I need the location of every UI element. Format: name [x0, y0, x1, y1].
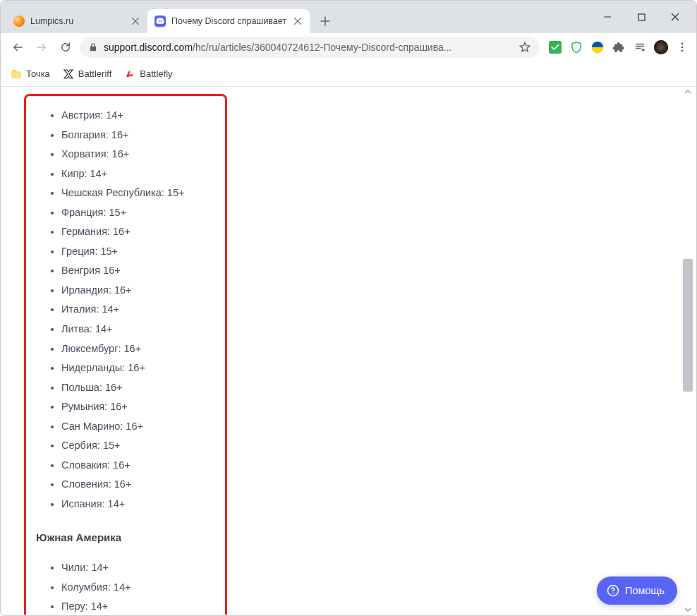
list-item: Хорватия: 16+ — [61, 145, 218, 164]
list-item: Кипр: 14+ — [61, 164, 218, 184]
bookmark-battleriff[interactable]: Battleriff — [63, 68, 111, 80]
list-item: Сан Марино: 16+ — [61, 417, 218, 437]
avatar[interactable] — [654, 40, 668, 54]
list-item: Польша: 16+ — [61, 378, 218, 398]
south-america-age-list: Чили: 14+Колумбия: 14+Перу: 14+Венесуэла… — [33, 558, 218, 615]
svg-point-7 — [681, 50, 684, 52]
extension-flag-icon[interactable] — [590, 40, 605, 54]
list-item: Ирландия: 16+ — [61, 281, 218, 301]
url-text: support.discord.com/hc/ru/articles/36004… — [104, 42, 513, 53]
list-item: Франция: 15+ — [61, 203, 218, 223]
list-item: Словакия: 16+ — [61, 456, 218, 476]
tab-discord-support[interactable]: Почему Discord спрашивает м — [147, 9, 310, 33]
bookmarks-bar: Точка Battleriff Battlefly — [1, 61, 696, 87]
help-label: Помощь — [625, 585, 665, 596]
close-icon[interactable] — [293, 16, 303, 26]
scroll-track[interactable] — [683, 97, 693, 605]
tab-title: Lumpics.ru — [30, 16, 125, 26]
lock-icon — [88, 42, 98, 52]
folder-icon — [11, 68, 22, 80]
battleriff-icon — [63, 68, 74, 80]
tab-strip: Lumpics.ru Почему Discord спрашивает м — [1, 1, 335, 33]
close-icon[interactable] — [131, 16, 140, 26]
toolbar: support.discord.com/hc/ru/articles/36004… — [1, 33, 696, 61]
list-item: Австрия: 14+ — [61, 106, 218, 126]
list-item: Перу: 14+ — [61, 597, 218, 615]
bookmark-label: Battlefly — [140, 68, 172, 79]
svg-point-6 — [681, 47, 684, 49]
list-item: Румыния: 16+ — [61, 397, 218, 417]
help-icon — [607, 584, 619, 597]
article-content: Австрия: 14+Болгария: 16+Хорватия: 16+Ки… — [1, 87, 696, 615]
list-item: Чили: 14+ — [61, 558, 218, 578]
list-item: Греция: 15+ — [61, 242, 218, 262]
section-header-south-america: Южная Америка — [36, 528, 218, 548]
list-item: Италия: 14+ — [61, 300, 218, 320]
bookmark-star-icon[interactable] — [519, 41, 531, 54]
list-item: Нидерланды: 16+ — [61, 358, 218, 378]
extensions-puzzle-icon[interactable] — [612, 40, 626, 54]
list-item: Сербия: 15+ — [61, 436, 218, 456]
highlighted-region: Австрия: 14+Болгария: 16+Хорватия: 16+Ки… — [24, 94, 227, 615]
list-item: Испания: 14+ — [61, 495, 218, 514]
discord-icon — [154, 16, 166, 27]
kebab-menu-icon[interactable] — [675, 40, 689, 54]
list-item: Словения: 16+ — [61, 475, 218, 495]
tab-title: Почему Discord спрашивает м — [171, 16, 287, 26]
svg-rect-0 — [638, 14, 645, 20]
close-window-button[interactable] — [660, 6, 691, 28]
list-item: Германия: 16+ — [61, 222, 218, 242]
bookmark-label: Battleriff — [78, 68, 111, 79]
lumpics-icon — [13, 16, 25, 27]
window-titlebar: Lumpics.ru Почему Discord спрашивает м — [1, 1, 696, 33]
extension-check-icon[interactable] — [548, 40, 562, 54]
back-button[interactable] — [8, 37, 28, 57]
forward-button[interactable] — [32, 37, 51, 57]
scroll-thumb[interactable] — [683, 259, 693, 391]
maximize-button[interactable] — [626, 6, 657, 28]
new-tab-button[interactable] — [315, 11, 335, 31]
svg-point-5 — [681, 43, 684, 45]
list-item: Колумбия: 14+ — [61, 578, 218, 598]
bookmark-label: Точка — [26, 68, 50, 79]
list-item: Чешская Республика: 15+ — [61, 183, 218, 203]
bookmark-battlefly[interactable]: Battlefly — [124, 68, 172, 80]
svg-point-10 — [612, 593, 614, 594]
europe-age-list: Австрия: 14+Болгария: 16+Хорватия: 16+Ки… — [33, 106, 218, 514]
extensions — [544, 40, 689, 54]
tab-lumpics[interactable]: Lumpics.ru — [6, 9, 147, 33]
scroll-down-arrow-icon[interactable] — [683, 605, 693, 615]
list-item: Болгария: 16+ — [61, 126, 218, 145]
battlefly-icon — [124, 68, 135, 80]
bookmark-tochka[interactable]: Точка — [11, 68, 50, 80]
svg-point-4 — [654, 40, 668, 54]
reading-list-icon[interactable] — [633, 40, 647, 54]
list-item: Венгрия 16+ — [61, 261, 218, 281]
scroll-up-arrow-icon[interactable] — [683, 87, 693, 97]
window-controls — [592, 1, 696, 33]
page-viewport: Австрия: 14+Болгария: 16+Хорватия: 16+Ки… — [1, 87, 696, 615]
minimize-button[interactable] — [592, 6, 623, 28]
browser-window: Lumpics.ru Почему Discord спрашивает м — [0, 0, 697, 616]
address-bar[interactable]: support.discord.com/hc/ru/articles/36004… — [80, 37, 540, 58]
list-item: Люксембург: 16+ — [61, 339, 218, 359]
help-button[interactable]: Помощь — [597, 576, 677, 605]
svg-rect-8 — [11, 71, 21, 78]
list-item: Литва: 14+ — [61, 320, 218, 339]
reload-button[interactable] — [56, 37, 75, 57]
extension-shield-icon[interactable] — [569, 40, 583, 54]
vertical-scrollbar[interactable] — [683, 87, 693, 615]
